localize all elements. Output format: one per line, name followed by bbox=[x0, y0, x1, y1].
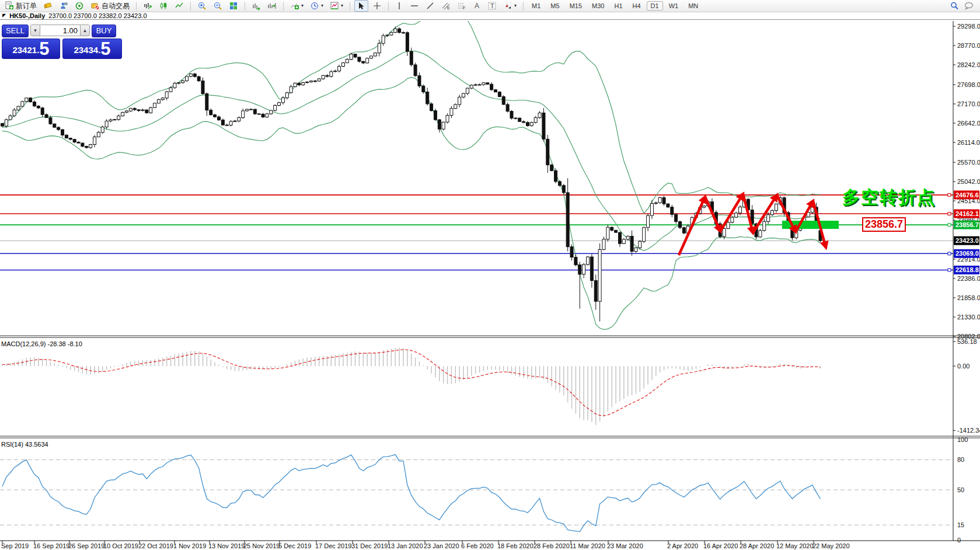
svg-text:31 Dec 2019: 31 Dec 2019 bbox=[351, 542, 388, 549]
svg-text:23423.0: 23423.0 bbox=[955, 237, 979, 244]
candlestick-chart-icon bbox=[159, 1, 168, 11]
bollinger-upper-band bbox=[2, 1, 820, 213]
chart-shift-button[interactable] bbox=[265, 0, 279, 12]
line-chart-button[interactable] bbox=[172, 0, 186, 12]
autotrading-button[interactable]: 自动交易 bbox=[88, 0, 132, 12]
main-price-pane bbox=[0, 1, 953, 329]
chart-shift-icon bbox=[267, 1, 277, 11]
crosshair-icon bbox=[372, 1, 382, 11]
volume-stepper: ▼ ▲ bbox=[30, 25, 90, 36]
equidistant-channel-tool-button[interactable]: E bbox=[439, 0, 453, 12]
line-chart-icon bbox=[175, 1, 184, 11]
svg-text:21330.0: 21330.0 bbox=[957, 314, 980, 321]
svg-text:A: A bbox=[475, 2, 479, 10]
auto-scroll-button[interactable] bbox=[249, 0, 263, 12]
collapse-triangle-icon[interactable]: ◤ bbox=[2, 13, 6, 18]
terminal-person-icon bbox=[59, 1, 68, 11]
svg-text:24162.1: 24162.1 bbox=[955, 210, 979, 217]
tab-timeframe-h4[interactable]: H4 bbox=[629, 1, 645, 11]
tab-timeframe-m1[interactable]: M1 bbox=[528, 1, 545, 11]
tile-windows-icon bbox=[229, 1, 238, 11]
svg-text:23069.0: 23069.0 bbox=[955, 250, 979, 257]
buy-price-main: 23434. bbox=[74, 43, 100, 58]
clock-icon bbox=[310, 1, 319, 11]
svg-text:12 May 2020: 12 May 2020 bbox=[776, 542, 814, 549]
search-icon[interactable] bbox=[950, 1, 959, 11]
svg-text:80: 80 bbox=[957, 456, 964, 463]
tab-timeframe-w1[interactable]: W1 bbox=[665, 1, 683, 11]
svg-text:29298.0: 29298.0 bbox=[957, 23, 980, 30]
zoom-in-button[interactable] bbox=[195, 0, 209, 12]
price-axis[interactable]: 29298.028770.028242.027698.027170.026642… bbox=[948, 23, 980, 544]
buy-price-display[interactable]: 23434. 5 bbox=[62, 39, 122, 59]
svg-text:26642.0: 26642.0 bbox=[957, 120, 980, 127]
autotrading-icon bbox=[90, 1, 100, 11]
text-tool-button[interactable]: A bbox=[470, 0, 483, 12]
toolbar-separator bbox=[283, 2, 284, 11]
bar-chart-button[interactable] bbox=[141, 0, 155, 12]
svg-text:22386.0: 22386.0 bbox=[957, 275, 980, 282]
volume-decrease-button[interactable]: ▼ bbox=[30, 25, 40, 36]
svg-text:536.18: 536.18 bbox=[957, 338, 977, 345]
equidistant-channel-icon: E bbox=[441, 1, 451, 11]
tab-timeframe-mn[interactable]: MN bbox=[684, 1, 702, 11]
candlestick-chart-button[interactable] bbox=[156, 0, 170, 12]
tab-timeframe-m15[interactable]: M15 bbox=[566, 1, 586, 11]
svg-text:18 Feb 2020: 18 Feb 2020 bbox=[497, 542, 533, 549]
horizontal-line-icon bbox=[410, 1, 419, 11]
svg-text:100: 100 bbox=[957, 436, 968, 443]
new-order-button[interactable]: 新订单 bbox=[2, 0, 39, 12]
chart-ohlc-values: 23700.0 23700.0 23382.0 23423.0 bbox=[48, 12, 147, 19]
svg-text:28 Apr 2020: 28 Apr 2020 bbox=[740, 542, 774, 549]
periods-button[interactable]: ▾ bbox=[308, 0, 326, 12]
new-order-label: 新订单 bbox=[16, 1, 37, 11]
rsi-pane bbox=[0, 455, 953, 532]
turning-point-annotation[interactable]: 多空转折点 bbox=[842, 186, 936, 210]
crosshair-tool-button[interactable] bbox=[370, 0, 384, 12]
svg-text:17 Dec 2019: 17 Dec 2019 bbox=[315, 542, 351, 549]
dropdown-caret-icon: ▾ bbox=[301, 4, 304, 8]
time-axis[interactable]: Sep 201916 Sep 201926 Sep 201910 Oct 201… bbox=[1, 541, 850, 549]
svg-text:F: F bbox=[463, 6, 465, 10]
dropdown-caret-icon: ▾ bbox=[341, 4, 343, 8]
zoom-out-icon bbox=[213, 1, 222, 11]
indicators-button[interactable]: ▾ bbox=[288, 0, 306, 12]
buy-button[interactable]: BUY bbox=[92, 25, 116, 37]
rsi-indicator-label: RSI(14) 43.5634 bbox=[1, 441, 48, 448]
price-level-callout[interactable]: 23856.7 bbox=[862, 217, 906, 232]
svg-text:11 Mar 2020: 11 Mar 2020 bbox=[570, 542, 605, 549]
fibonacci-tool-button[interactable]: F bbox=[455, 0, 469, 12]
tab-timeframe-d1[interactable]: D1 bbox=[647, 1, 663, 11]
svg-text:E: E bbox=[447, 6, 450, 10]
cursor-tool-button[interactable] bbox=[354, 0, 368, 12]
svg-text:15: 15 bbox=[957, 521, 964, 528]
sell-price-display[interactable]: 23421. 5 bbox=[2, 39, 60, 59]
terminal-button[interactable] bbox=[57, 0, 71, 12]
zoom-out-button[interactable] bbox=[211, 0, 225, 12]
gold-button[interactable] bbox=[41, 0, 55, 12]
svg-text:23856.7: 23856.7 bbox=[955, 221, 979, 228]
bollinger-lower-band bbox=[2, 77, 820, 329]
tab-timeframe-h1[interactable]: H1 bbox=[610, 1, 626, 11]
svg-text:10 Oct 2019: 10 Oct 2019 bbox=[103, 542, 138, 549]
macd-pane bbox=[2, 348, 820, 425]
arrows-tool-button[interactable]: ▾ bbox=[501, 0, 519, 12]
svg-text:Sep 2019: Sep 2019 bbox=[1, 542, 29, 549]
tile-windows-button[interactable] bbox=[226, 0, 240, 12]
tab-timeframe-m30[interactable]: M30 bbox=[588, 1, 608, 11]
templates-button[interactable]: ▾ bbox=[327, 0, 346, 12]
tab-timeframe-m5[interactable]: M5 bbox=[546, 1, 563, 11]
vertical-line-tool-button[interactable] bbox=[393, 0, 406, 12]
volume-input[interactable] bbox=[40, 25, 80, 36]
chat-icon[interactable] bbox=[964, 1, 974, 11]
chart-canvas[interactable]: 29298.028770.028242.027698.027170.026642… bbox=[0, 0, 980, 550]
text-label-tool-button[interactable]: T bbox=[485, 0, 499, 12]
volume-increase-button[interactable]: ▲ bbox=[80, 25, 90, 36]
signals-button[interactable] bbox=[72, 0, 86, 12]
horizontal-line-tool-button[interactable] bbox=[407, 0, 421, 12]
sell-button[interactable]: SELL bbox=[2, 25, 29, 37]
svg-text:25 Nov 2019: 25 Nov 2019 bbox=[243, 542, 280, 549]
svg-text:16 Sep 2019: 16 Sep 2019 bbox=[33, 542, 69, 549]
trendline-tool-button[interactable] bbox=[423, 0, 437, 12]
chart-symbol-title: HK50-,Daily bbox=[9, 12, 45, 19]
